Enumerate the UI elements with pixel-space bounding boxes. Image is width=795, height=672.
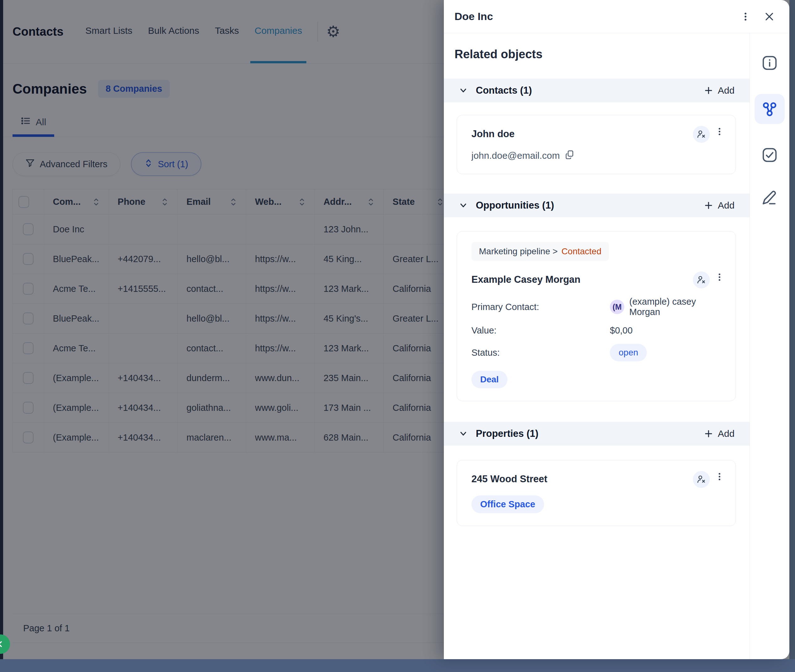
value: $0,00 xyxy=(610,325,633,336)
pipeline-badge: Marketing pipeline > Contacted xyxy=(471,242,609,261)
pen-icon xyxy=(761,189,778,206)
section-contacts-title: Contacts (1) xyxy=(476,85,694,96)
checkbox-check-icon xyxy=(761,147,778,163)
person-remove-icon xyxy=(697,475,706,484)
panel-title: Doe Inc xyxy=(455,10,738,22)
kebab-icon xyxy=(715,127,724,136)
property-card-header: 245 Wood Street xyxy=(471,471,725,488)
panel-header: Doe Inc xyxy=(444,0,789,33)
status-row: Status: open xyxy=(471,344,725,362)
property-name: 245 Wood Street xyxy=(471,471,693,485)
plus-icon xyxy=(704,86,713,95)
property-card[interactable]: 245 Wood Street xyxy=(457,460,736,526)
pipeline-name: Marketing pipeline > xyxy=(479,246,558,256)
section-opportunities: Opportunities (1) Add xyxy=(444,194,750,217)
chevron-down-icon[interactable] xyxy=(459,429,468,438)
opportunity-card[interactable]: Marketing pipeline > Contacted Example C… xyxy=(457,231,736,401)
opportunity-card-header: Example Casey Morgan xyxy=(471,272,725,288)
add-label: Add xyxy=(718,85,734,96)
rail-relations-tab[interactable] xyxy=(755,94,785,124)
primary-contact-row: Primary Contact: (M (example) casey Morg… xyxy=(471,296,725,317)
copy-icon[interactable] xyxy=(565,150,574,161)
value-row: Value: $0,00 xyxy=(471,325,725,336)
info-icon xyxy=(761,54,778,71)
close-icon xyxy=(764,11,774,22)
background-strip xyxy=(789,0,795,659)
unlink-opportunity-button[interactable] xyxy=(693,272,710,288)
property-type-tag: Office Space xyxy=(471,495,544,513)
panel-main: Related objects Contacts (1) Add xyxy=(444,33,750,659)
panel-rail xyxy=(750,33,789,659)
contact-card-header: John doe xyxy=(471,126,725,143)
status-badge: open xyxy=(610,344,647,362)
tag-row: Deal xyxy=(471,371,725,388)
chat-widget-icon xyxy=(0,640,5,648)
contact-email-row: john.doe@email.com xyxy=(471,150,725,161)
add-label: Add xyxy=(718,200,734,211)
add-label: Add xyxy=(718,428,734,439)
opportunity-card-menu[interactable] xyxy=(714,272,725,283)
chevron-down-icon[interactable] xyxy=(459,86,468,95)
contact-name: John doe xyxy=(471,126,693,140)
section-properties: Properties (1) Add xyxy=(444,422,750,446)
section-contacts: Contacts (1) Add xyxy=(444,78,750,102)
rail-notes-tab[interactable] xyxy=(758,186,781,209)
primary-contact-label: Primary Contact: xyxy=(471,302,610,312)
contact-card-menu[interactable] xyxy=(714,126,725,137)
plus-icon xyxy=(704,201,713,210)
rail-tasks-tab[interactable] xyxy=(758,143,781,166)
property-tag-row: Office Space xyxy=(471,495,725,513)
section-opportunities-title: Opportunities (1) xyxy=(476,200,694,211)
kebab-icon xyxy=(715,273,724,282)
value-label: Value: xyxy=(471,325,610,336)
related-objects-heading: Related objects xyxy=(455,48,739,61)
chevron-down-icon[interactable] xyxy=(459,201,468,210)
add-opportunity-button[interactable]: Add xyxy=(702,200,736,211)
plus-icon xyxy=(704,429,713,438)
panel-close-button[interactable] xyxy=(761,8,777,25)
rail-info-tab[interactable] xyxy=(758,51,781,75)
unlink-contact-button[interactable] xyxy=(693,126,710,143)
opportunity-name: Example Casey Morgan xyxy=(471,272,693,285)
panel-body: Related objects Contacts (1) Add xyxy=(444,33,789,659)
contact-email: john.doe@email.com xyxy=(471,150,560,161)
person-remove-icon xyxy=(697,130,706,139)
unlink-property-button[interactable] xyxy=(693,471,710,488)
kebab-icon xyxy=(741,12,750,21)
panel-menu-button[interactable] xyxy=(738,9,753,24)
pipeline-stage: Contacted xyxy=(561,246,601,256)
primary-contact-value: (example) casey Morgan xyxy=(629,296,725,317)
relations-icon xyxy=(761,101,778,117)
person-remove-icon xyxy=(697,275,706,285)
deal-tag: Deal xyxy=(471,371,507,388)
bottom-bar xyxy=(0,659,795,672)
section-properties-title: Properties (1) xyxy=(476,428,694,439)
contact-card[interactable]: John doe xyxy=(457,115,736,174)
kebab-icon xyxy=(715,472,724,481)
add-contact-button[interactable]: Add xyxy=(702,85,736,96)
related-objects-panel: Doe Inc Related objects xyxy=(444,0,789,659)
status-label: Status: xyxy=(471,347,610,358)
property-card-menu[interactable] xyxy=(714,471,725,482)
add-property-button[interactable]: Add xyxy=(702,428,736,439)
app-screen: Contacts Smart Lists Bulk Actions Tasks … xyxy=(0,0,795,672)
avatar: (M xyxy=(610,300,624,314)
